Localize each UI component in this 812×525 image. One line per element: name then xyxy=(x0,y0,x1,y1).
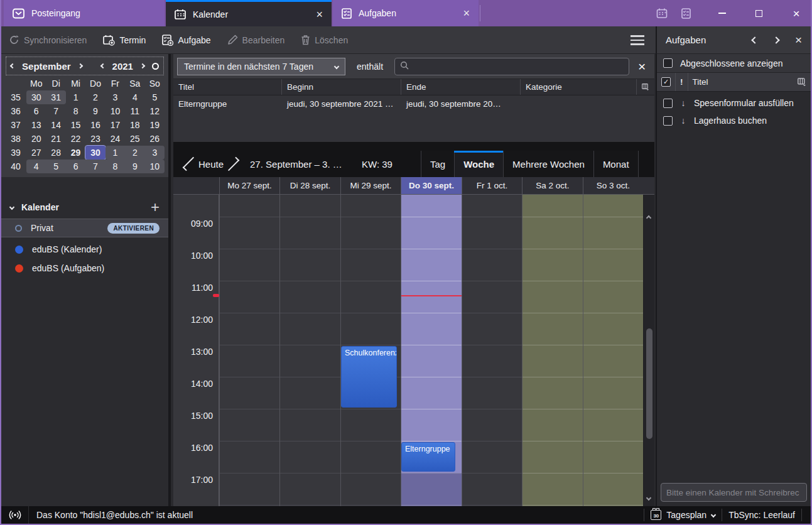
mini-day[interactable]: 25 xyxy=(125,132,144,146)
add-calendar-button[interactable]: + xyxy=(151,201,160,214)
day-header-do-today[interactable]: Do 30 sept. xyxy=(401,177,462,194)
task-row[interactable]: ↓ Spesenformular ausfüllen xyxy=(657,94,811,112)
mini-day[interactable]: 12 xyxy=(145,104,165,118)
mini-day[interactable]: 20 xyxy=(26,132,46,146)
column-header-kategorie[interactable]: Kategorie xyxy=(521,79,637,95)
day-header-so[interactable]: So 3 oct. xyxy=(583,177,643,194)
week-grid[interactable]: 09:00 10:00 11:00 12:00 13:00 14:00 15:0… xyxy=(173,195,654,506)
mini-day[interactable]: 26 xyxy=(145,132,165,146)
mini-day[interactable]: 27 xyxy=(26,146,46,160)
view-tab-woche[interactable]: Woche xyxy=(454,151,503,177)
maximize-button[interactable] xyxy=(744,0,773,26)
day-header-mo[interactable]: Mo 27 sept. xyxy=(219,177,279,194)
open-calendar-tab-button[interactable] xyxy=(654,6,669,21)
mini-day[interactable]: 2 xyxy=(125,146,144,160)
day-header-mi[interactable]: Mi 29 sept. xyxy=(340,177,401,194)
mini-day[interactable]: 9 xyxy=(125,160,144,173)
calendar-item-edubs-aufgaben[interactable]: eduBS (Aufgaben) xyxy=(1,259,168,278)
calendar-list-header[interactable]: Kalender + xyxy=(1,197,168,217)
taskpane-close-icon[interactable]: × xyxy=(795,34,802,46)
mini-day[interactable]: 21 xyxy=(46,132,65,146)
view-tab-tag[interactable]: Tag xyxy=(421,151,454,177)
taskpane-prev-icon[interactable] xyxy=(751,36,758,43)
prev-year-icon[interactable] xyxy=(100,63,105,68)
mini-day[interactable]: 14 xyxy=(46,118,65,132)
mini-day[interactable]: 4 xyxy=(125,90,144,104)
mini-day[interactable]: 6 xyxy=(26,104,46,118)
event-row[interactable]: Elterngruppe jeudi, 30 septembre 2021 … … xyxy=(173,95,654,112)
close-window-button[interactable]: × xyxy=(782,0,811,26)
tbsync-status[interactable]: TbSync: Leerlauf xyxy=(728,510,795,520)
prev-month-icon[interactable] xyxy=(10,63,15,68)
tab-posteingang[interactable]: Posteingang xyxy=(4,0,165,26)
next-year-icon[interactable] xyxy=(140,63,145,68)
event-elterngruppe[interactable]: Elterngruppe xyxy=(401,442,455,472)
checkbox-unchecked[interactable] xyxy=(663,116,673,126)
taskpane-next-icon[interactable] xyxy=(772,36,779,43)
mini-day[interactable]: 3 xyxy=(145,146,165,160)
column-header-titel[interactable]: Titel xyxy=(173,79,282,95)
day-header-sa[interactable]: Sa 2 oct. xyxy=(522,177,583,194)
mini-day[interactable]: 10 xyxy=(145,160,165,173)
mini-day[interactable]: 16 xyxy=(85,118,105,132)
search-input[interactable] xyxy=(413,62,624,72)
tab-aufgaben[interactable]: Aufgaben × xyxy=(333,0,479,26)
new-task-input[interactable] xyxy=(661,483,807,502)
mini-day[interactable]: 9 xyxy=(85,104,105,118)
mini-day[interactable]: 23 xyxy=(85,132,105,146)
next-month-icon[interactable] xyxy=(77,63,82,68)
next-week-icon[interactable] xyxy=(225,157,240,171)
view-tab-monat[interactable]: Monat xyxy=(593,151,639,177)
task-column-picker-button[interactable] xyxy=(793,73,811,91)
mini-day[interactable]: 28 xyxy=(46,146,65,160)
close-tab-icon[interactable]: × xyxy=(463,8,470,19)
mini-day[interactable]: 29 xyxy=(66,146,85,160)
scrollbar-thumb[interactable] xyxy=(646,328,652,439)
minimize-button[interactable] xyxy=(708,0,737,26)
day-column-fr[interactable] xyxy=(462,195,522,506)
mini-day[interactable]: 17 xyxy=(106,118,125,132)
checkbox-unchecked[interactable] xyxy=(663,58,673,68)
new-event-button[interactable]: Termin xyxy=(103,35,146,46)
new-task-button[interactable]: Aufgabe xyxy=(162,35,210,46)
mini-day[interactable]: 8 xyxy=(66,104,85,118)
mini-day[interactable]: 22 xyxy=(66,132,85,146)
mini-day[interactable]: 7 xyxy=(85,160,105,173)
day-header-di[interactable]: Di 28 sept. xyxy=(279,177,340,194)
close-tab-icon[interactable]: × xyxy=(316,9,323,20)
mini-day[interactable]: 3 xyxy=(106,90,125,104)
mini-day[interactable]: 13 xyxy=(26,118,46,132)
event-schulkonferenz[interactable]: Schulkonferenz xyxy=(341,346,397,408)
day-column-mo[interactable] xyxy=(219,195,279,506)
mini-day[interactable]: 1 xyxy=(106,146,125,160)
event-filter-dropdown[interactable]: Termine in den nächsten 7 Tagen xyxy=(177,58,345,75)
checkbox-unchecked[interactable] xyxy=(663,99,673,108)
day-header-fr[interactable]: Fr 1 oct. xyxy=(462,177,522,194)
day-column-so[interactable] xyxy=(583,195,643,506)
open-tasks-tab-button[interactable] xyxy=(678,6,693,21)
mini-day[interactable]: 8 xyxy=(106,160,125,173)
today-circle-icon[interactable] xyxy=(152,63,159,70)
mini-day[interactable]: 18 xyxy=(125,118,144,132)
previous-week-icon[interactable] xyxy=(183,157,197,171)
dayplan-button[interactable]: 30 Tagesplan xyxy=(651,510,715,520)
column-picker-button[interactable] xyxy=(637,79,654,95)
column-header-ende[interactable]: Ende xyxy=(401,79,521,95)
day-column-sa[interactable] xyxy=(522,195,583,506)
synchronize-button[interactable]: Synchronisieren xyxy=(9,35,87,45)
app-menu-button[interactable] xyxy=(631,35,644,45)
mini-day[interactable]: 31 xyxy=(46,90,65,104)
delete-button[interactable]: Löschen xyxy=(301,35,348,45)
completed-column-header[interactable]: ✓ xyxy=(657,73,676,91)
title-column-header[interactable]: Titel xyxy=(688,73,794,91)
tab-kalender[interactable]: Kalender × xyxy=(166,0,332,26)
priority-column-header[interactable]: ! xyxy=(676,73,688,91)
mini-day[interactable]: 30 xyxy=(26,90,46,104)
mini-day[interactable]: 10 xyxy=(106,104,125,118)
mini-day[interactable]: 5 xyxy=(145,90,165,104)
mini-day[interactable]: 4 xyxy=(26,160,46,173)
mini-day[interactable]: 2 xyxy=(85,90,105,104)
clear-filter-button[interactable]: × xyxy=(638,58,646,75)
activate-badge[interactable]: AKTIVIEREN xyxy=(107,223,160,234)
mini-day[interactable]: 5 xyxy=(46,160,65,173)
